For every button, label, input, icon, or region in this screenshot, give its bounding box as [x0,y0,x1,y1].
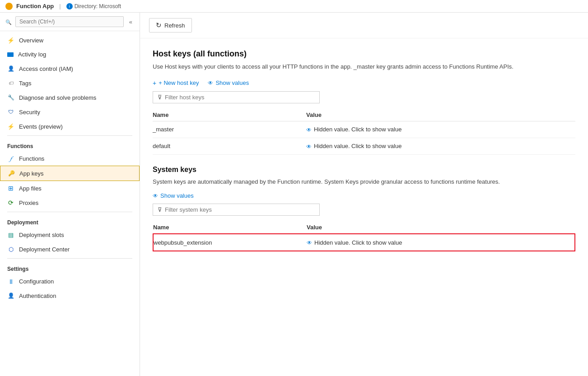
deployment-center-icon [7,246,14,253]
host-keys-table: Name Value _master Hidden value. Click t… [153,109,575,155]
eye-icon [307,239,312,246]
host-keys-col-name: Name [153,109,306,121]
search-icon [5,19,12,25]
sidebar-item-label: Proxies [19,200,38,206]
hidden-value-text: Hidden value. Click to show value [314,143,401,149]
sidebar-item-authentication[interactable]: Authentication [0,288,140,303]
host-keys-col-value: Value [306,109,575,121]
sidebar-item-app-files[interactable]: App files [0,181,140,195]
host-keys-desc: Use Host keys with your clients to acces… [153,62,575,71]
settings-divider [7,258,132,259]
system-keys-title: System keys [153,166,575,174]
table-row: default Hidden value. Click to show valu… [153,138,575,154]
refresh-button[interactable]: Refresh [149,18,192,32]
main-content: Refresh Host keys (all functions) Use Ho… [140,13,588,376]
sidebar-item-activity-log[interactable]: Activity log [0,47,140,61]
sidebar-item-deployment-center[interactable]: Deployment Center [0,242,140,256]
sidebar-item-label: Configuration [19,278,54,285]
sidebar-item-functions[interactable]: Functions [0,151,140,166]
host-key-value[interactable]: Hidden value. Click to show value [306,121,575,138]
topbar-directory: i Directory: Microsoft [66,3,121,9]
sidebar-item-deployment-slots[interactable]: Deployment slots [0,227,140,242]
deployment-divider [7,212,132,212]
system-keys-actions: Show values [153,192,575,199]
host-keys-header-row: Name Value [153,109,575,121]
sidebar-item-tags[interactable]: Tags [0,76,140,90]
hidden-value-text: Hidden value. Click to show value [314,239,402,246]
sidebar-item-security[interactable]: Security [0,105,140,119]
overview-icon [7,37,14,44]
system-key-name: webpubsub_extension [153,234,307,251]
sidebar-item-access-control[interactable]: Access control (IAM) [0,61,140,76]
hidden-value-cell: Hidden value. Click to show value [306,143,575,150]
sidebar-item-label: App keys [19,170,43,177]
sidebar-item-proxies[interactable]: Proxies [0,195,140,210]
sidebar-item-configuration[interactable]: Configuration [0,274,140,288]
host-key-value[interactable]: Hidden value. Click to show value [306,138,575,154]
sidebar-item-label: Security [19,109,40,116]
filter-system-keys-box [153,204,320,216]
eye-icon [306,143,312,150]
topbar: Function App | i Directory: Microsoft [0,0,588,13]
tags-icon [7,79,14,87]
hidden-value-cell: Hidden value. Click to show value [306,126,575,133]
sidebar-item-label: Diagnose and solve problems [19,94,96,101]
sidebar-item-label: Tags [19,80,31,87]
host-key-name: default [153,138,306,154]
new-host-key-link[interactable]: + New host key [153,79,199,87]
system-keys-col-name: Name [153,221,307,234]
show-values-link[interactable]: Show values [208,79,249,86]
topbar-divider: | [59,3,61,9]
host-keys-actions: + New host key Show values [153,79,575,87]
configuration-icon [7,278,14,285]
sidebar-item-label: Events (preview) [19,123,63,130]
new-host-key-label: + New host key [159,79,199,86]
sidebar-item-diagnose[interactable]: Diagnose and solve problems [0,90,140,105]
sidebar-nav: Overview Activity log Access control (IA… [0,31,140,376]
system-keys-desc: System keys are automatically managed by… [153,177,575,186]
eye-icon [153,192,158,199]
system-keys-table: Name Value webpubsub_extension Hidden va… [153,221,575,251]
host-key-name: _master [153,121,306,138]
eye-icon [306,126,312,133]
function-app-icon [5,3,13,10]
hidden-value-text: Hidden value. Click to show value [314,126,401,133]
functions-section-header: Functions [0,138,140,151]
collapse-button[interactable] [127,18,134,26]
activity-log-icon [7,52,14,57]
sidebar-item-label: Authentication [19,292,56,299]
system-show-values-label: Show values [160,192,194,199]
filter-system-keys-input[interactable] [165,206,315,213]
system-key-value[interactable]: Hidden value. Click to show value [307,234,575,251]
refresh-icon [156,21,162,29]
diagnose-icon [7,94,14,101]
sidebar-item-app-keys[interactable]: App keys [0,166,140,181]
sidebar-item-overview[interactable]: Overview [0,33,140,47]
table-row: webpubsub_extension Hidden value. Click … [153,234,575,251]
events-icon [7,123,14,130]
filter-host-keys-box [153,91,320,103]
sidebar-item-label: Functions [19,155,44,162]
sidebar-item-label: Deployment Center [19,246,70,253]
topbar-title: Function App [16,3,54,9]
deployment-section-header: Deployment [0,214,140,227]
sidebar: Overview Activity log Access control (IA… [0,13,140,376]
sidebar-item-label: Deployment slots [19,232,64,238]
sidebar-item-events[interactable]: Events (preview) [0,119,140,134]
filter-icon [158,206,162,213]
deployment-slots-icon [7,231,14,238]
system-keys-col-value: Value [307,221,575,234]
app-files-icon [7,185,14,192]
info-icon: i [66,3,73,9]
table-row: _master Hidden value. Click to show valu… [153,121,575,138]
sidebar-item-label: Activity log [18,51,46,58]
sidebar-search-bar [0,13,140,31]
search-input[interactable] [15,16,124,27]
directory-label: Directory: Microsoft [75,3,121,9]
system-show-values-link[interactable]: Show values [153,192,194,199]
filter-host-keys-input[interactable] [165,94,315,101]
main-layout: Overview Activity log Access control (IA… [0,13,588,376]
sidebar-item-label: Overview [19,37,43,44]
sidebar-item-label: Access control (IAM) [19,65,73,72]
show-values-label: Show values [215,79,249,86]
